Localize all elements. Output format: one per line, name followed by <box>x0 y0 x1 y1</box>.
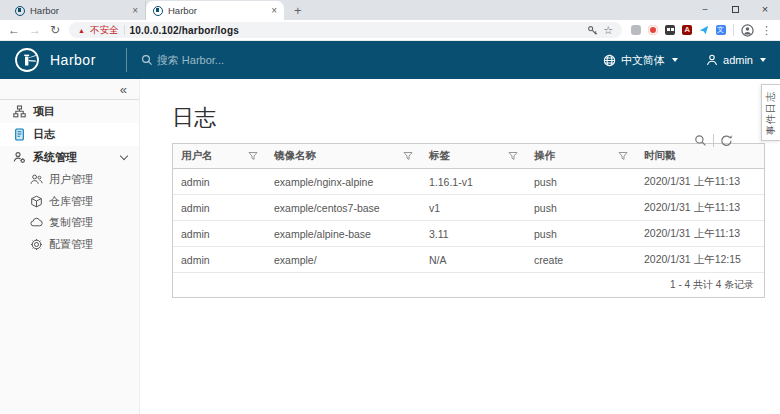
replication-cloud-icon <box>30 216 43 229</box>
column-header-image-name[interactable]: 镜像名称 <box>266 144 421 169</box>
chevron-down-icon <box>760 58 766 62</box>
table-row[interactable]: adminexample/nginx-alpine1.16.1-v1push20… <box>173 169 764 195</box>
tab-close-icon[interactable]: × <box>271 5 277 16</box>
table-row[interactable]: adminexample/alpine-base3.11push2020/1/3… <box>173 221 764 247</box>
table-cell: N/A <box>421 247 526 273</box>
sidebar-item-replication-management[interactable]: 复制管理 <box>0 212 139 234</box>
minimize-button[interactable]: – <box>690 0 720 18</box>
address-bar[interactable]: ▲ 不安全 10.0.0.102/harbor/logs ☆ <box>69 22 622 38</box>
warning-triangle-icon: ▲ <box>78 27 85 34</box>
security-warning-label[interactable]: 不安全 <box>90 24 119 37</box>
sidebar-collapse-button[interactable]: « <box>120 82 127 97</box>
sidebar-item-system-admin[interactable]: 系统管理 <box>0 146 139 169</box>
table-cell: admin <box>173 169 266 195</box>
divider <box>713 134 714 147</box>
username-label: admin <box>723 54 753 66</box>
harbor-logo <box>14 47 40 73</box>
global-search[interactable] <box>141 54 347 66</box>
sidebar-item-label: 仓库管理 <box>49 194 93 209</box>
profile-avatar-icon[interactable] <box>741 24 754 37</box>
table-cell: example/alpine-base <box>266 221 421 247</box>
reload-button[interactable]: ↻ <box>50 24 60 36</box>
logs-table-card: 用户名 镜像名称 标签 操作 时间戳 adminexample/nginx-al… <box>172 143 765 298</box>
page-title: 日志 <box>172 103 780 133</box>
sidebar-item-label: 用户管理 <box>49 172 93 187</box>
extension-icon[interactable] <box>665 25 675 35</box>
filter-search-icon[interactable] <box>694 134 707 147</box>
logs-icon <box>13 128 26 141</box>
sidebar-item-label: 系统管理 <box>33 150 77 165</box>
url-text[interactable]: 10.0.0.102/harbor/logs <box>130 25 583 36</box>
column-header-username[interactable]: 用户名 <box>173 144 266 169</box>
divider <box>126 48 127 72</box>
sidebar-item-label: 项目 <box>33 104 55 119</box>
column-header-timestamp[interactable]: 时间戳 <box>636 144 764 169</box>
table-cell: 2020/1/31 上午11:13 <box>636 221 764 247</box>
sidebar-item-projects[interactable]: 项目 <box>0 100 139 123</box>
language-selector[interactable]: 中文简体 <box>603 53 678 68</box>
tab-close-icon[interactable]: × <box>132 5 138 16</box>
tab-title: Harbor <box>168 5 266 16</box>
new-tab-button[interactable]: + <box>294 3 302 18</box>
bookmark-star-icon[interactable]: ☆ <box>603 24 613 37</box>
chevron-down-icon <box>120 152 128 160</box>
table-cell: example/nginx-alpine <box>266 169 421 195</box>
column-header-tag[interactable]: 标签 <box>421 144 526 169</box>
close-window-button[interactable]: × <box>750 0 780 18</box>
refresh-icon[interactable] <box>720 134 733 147</box>
extension-icon[interactable] <box>648 25 658 35</box>
browser-tab-1[interactable]: Harbor × <box>8 1 146 20</box>
main-content: 日志 用户名 镜像名称 标签 操作 时间戳 adminexample/ngi <box>140 79 780 414</box>
divider <box>733 24 734 36</box>
back-button[interactable]: ← <box>8 24 20 36</box>
table-cell: 3.11 <box>421 221 526 247</box>
table-header-row: 用户名 镜像名称 标签 操作 时间戳 <box>173 144 764 169</box>
tab-title: Harbor <box>30 5 127 16</box>
table-cell: example/ <box>266 247 421 273</box>
window-controls: – × <box>690 0 780 18</box>
divider <box>124 25 125 35</box>
sidebar-item-label: 配置管理 <box>49 237 93 252</box>
sidebar-item-configuration-management[interactable]: 配置管理 <box>0 234 139 256</box>
filter-funnel-icon[interactable] <box>618 151 628 161</box>
pagination-summary: 1 - 4 共计 4 条记录 <box>173 272 764 297</box>
sidebar-item-user-management[interactable]: 用户管理 <box>0 169 139 191</box>
chevron-down-icon <box>672 58 678 62</box>
language-label: 中文简体 <box>621 53 665 68</box>
sidebar-item-logs[interactable]: 日志 <box>0 123 139 146</box>
table-row[interactable]: adminexample/centos7-basev1push2020/1/31… <box>173 195 764 221</box>
paper-plane-icon[interactable] <box>699 25 709 35</box>
table-row[interactable]: adminexample/N/Acreate2020/1/31 上午12:15 <box>173 247 764 273</box>
extensions-row: ⋮ <box>631 24 772 37</box>
extension-icon[interactable] <box>631 25 641 35</box>
filter-funnel-icon[interactable] <box>403 151 413 161</box>
translate-icon[interactable] <box>716 25 726 35</box>
table-cell: admin <box>173 221 266 247</box>
sidebar-item-label: 日志 <box>33 127 55 142</box>
table-actions <box>694 134 733 147</box>
password-key-icon[interactable] <box>587 25 598 36</box>
table-cell: admin <box>173 247 266 273</box>
filter-funnel-icon[interactable] <box>508 151 518 161</box>
restore-button[interactable] <box>720 0 750 18</box>
table-cell: push <box>526 221 636 247</box>
table-cell: example/centos7-base <box>266 195 421 221</box>
users-icon <box>30 173 43 186</box>
forward-button[interactable]: → <box>29 24 41 36</box>
browser-tab-2[interactable]: Harbor × <box>146 1 284 20</box>
search-icon <box>141 54 153 66</box>
event-log-side-tab[interactable]: 事件日志 <box>761 84 780 141</box>
registry-icon <box>30 195 43 208</box>
harbor-header: Harbor 中文简体 admin <box>0 41 780 79</box>
user-menu[interactable]: admin <box>706 54 766 66</box>
system-admin-icon <box>13 151 26 164</box>
table-cell: 2020/1/31 上午12:15 <box>636 247 764 273</box>
sidebar-item-registry-management[interactable]: 仓库管理 <box>0 191 139 213</box>
column-header-operation[interactable]: 操作 <box>526 144 636 169</box>
search-input[interactable] <box>157 54 347 66</box>
adobe-acrobat-icon[interactable] <box>682 25 692 35</box>
globe-icon <box>603 54 616 67</box>
browser-menu-icon[interactable]: ⋮ <box>761 24 772 37</box>
sidebar: « 项目 日志 系统管理 用户管理 仓库管理 <box>0 79 140 414</box>
filter-funnel-icon[interactable] <box>248 151 258 161</box>
